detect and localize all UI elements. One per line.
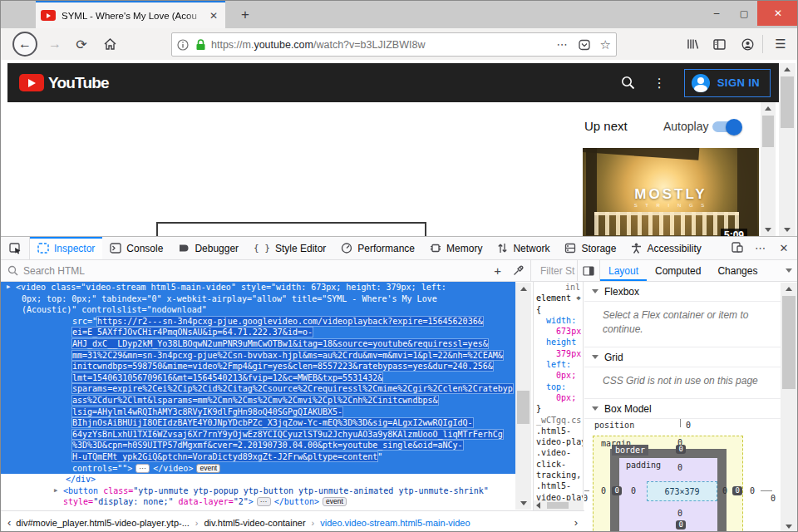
devtools-tab-accessibility[interactable]: Accessibility <box>623 237 708 259</box>
markup-line[interactable]: </div> <box>1 474 515 485</box>
markup-line[interactable]: H-uTQmEMt_ypk2GiQ&ptchn=VoraDictyd89xgZt… <box>1 451 515 463</box>
browser-scrollbar-thumb[interactable] <box>781 76 794 128</box>
padding-top-value[interactable]: 0 <box>677 463 682 472</box>
rule-line[interactable]: 379px <box>534 348 583 359</box>
browser-tab[interactable]: SYML - Where's My Love (Acou ✕ <box>36 1 225 28</box>
account-button[interactable] <box>736 28 759 60</box>
url-bar[interactable]: https://m.youtube.com/watch?v=b3LJIZBWI8… <box>171 32 617 57</box>
search-icon[interactable] <box>621 76 635 90</box>
markup-line[interactable]: initcwndbps=598750&mime=video%2Fmp4&gir=… <box>1 361 515 372</box>
expand-arrow-icon[interactable]: ▶ <box>54 485 57 497</box>
filter-styles-input[interactable]: Filter St <box>531 260 578 281</box>
padding-right-value[interactable]: 0 <box>722 486 727 495</box>
rule-line[interactable]: .html5- <box>534 426 583 436</box>
markup-line[interactable]: ▶<button class="ytp-unmute ytp-popup ytp… <box>1 485 515 497</box>
up-next-video-thumbnail[interactable]: MOSTLY S T R I N G S 5:09 <box>583 148 759 236</box>
eyedropper-icon[interactable] <box>513 265 524 276</box>
markup-scrollbar-thumb[interactable] <box>517 391 530 424</box>
secure-lock-icon[interactable] <box>195 39 206 51</box>
markup-line[interactable]: 64yzYsBnLxhU1TXI6WZvsaj6Xr7rnY9yOjwEz8YC… <box>1 429 515 441</box>
create-node-button[interactable]: + <box>494 264 501 278</box>
autoplay-toggle[interactable] <box>712 121 741 132</box>
rules-horizontal-scrollbar[interactable] <box>534 500 584 510</box>
collapsed-content-pill[interactable]: ⋯ <box>257 497 271 506</box>
markup-line[interactable]: lsig=AHylml4wRQIhAMY3c8RVyIK9dlFgHn98oQ4… <box>1 406 515 418</box>
markup-line[interactable]: lmt=1540631056709616&mt=1564540213&fvip=… <box>1 372 515 384</box>
sign-in-button[interactable]: SIGN IN <box>684 69 771 97</box>
rule-line[interactable]: 673px <box>534 326 583 337</box>
devtools-tab-console[interactable]: Console <box>102 237 170 259</box>
tab-close-icon[interactable]: ✕ <box>207 10 220 22</box>
rule-line[interactable]: _wCTgq.cs <box>534 415 583 426</box>
grid-section-header[interactable]: Grid <box>584 347 781 367</box>
rule-line[interactable]: .video- <box>534 447 583 458</box>
autoplay-toggle-knob[interactable] <box>726 119 742 135</box>
position-right-value[interactable]: 0 <box>771 494 776 503</box>
devtools-tab-network[interactable]: Network <box>490 237 557 259</box>
markup-line[interactable]: style="display: none;" data-layer="2">⋯<… <box>1 496 515 508</box>
markup-line[interactable]: ▶<video class="video-stream html5-main-v… <box>1 282 515 293</box>
rule-line[interactable]: video-play <box>534 436 583 447</box>
reload-button[interactable]: ⟳ <box>71 28 92 60</box>
border-bottom-value[interactable]: 0 <box>676 520 686 530</box>
markup-line[interactable]: src="https://r2---sn-3n4pcxg-pjue.google… <box>1 316 515 328</box>
page-inner-scrollbar[interactable] <box>761 102 776 236</box>
breadcrumb-forward-icon[interactable]: › <box>574 516 578 529</box>
html-markup-view[interactable]: ▶<video class="video-stream html5-main-v… <box>1 282 515 510</box>
window-close-button[interactable]: ✕ <box>757 1 798 26</box>
markup-line[interactable]: mm=31%2C29&mn=sn-3n4pcxg-pjue%2Csn-bvvba… <box>1 350 515 362</box>
rules-scrollbar-thumb[interactable] <box>547 502 569 509</box>
back-button[interactable]: ← <box>11 28 39 60</box>
devtools-more-button[interactable]: ⋯ <box>751 242 771 254</box>
rule-line[interactable]: tracking, <box>534 470 583 480</box>
layout-panel-scrollbar[interactable] <box>781 283 797 532</box>
menu-button[interactable]: ☰ <box>769 28 792 60</box>
markup-line[interactable]: 0px; top: 0px;" tabindex="0" x-webkit-ai… <box>1 293 515 305</box>
devtools-tab-style-editor[interactable]: { } Style Editor <box>246 237 333 259</box>
markup-line[interactable]: ass%2Cdur%2Clmt&lsparams=mm%2Cmn%2Cms%2C… <box>1 395 515 406</box>
devtools-tab-storage[interactable]: Storage <box>557 237 623 259</box>
event-badge[interactable]: event <box>323 497 347 506</box>
border-right-value[interactable]: 0 <box>732 486 742 495</box>
page-inner-scrollbar-thumb[interactable] <box>762 116 774 147</box>
three-pane-toggle-button[interactable] <box>578 260 600 281</box>
padding-left-value[interactable]: 0 <box>631 486 636 495</box>
event-badge[interactable]: event <box>196 464 220 473</box>
sidebar-tab-changes[interactable]: Changes <box>709 260 766 281</box>
markup-line[interactable]: ei=E_5AXffJOvCHir4PmqONsAU&ip=64.71.222.… <box>1 327 515 338</box>
collapsed-content-pill[interactable]: ⋯ <box>135 464 150 473</box>
rule-line[interactable]: left: <box>534 359 583 370</box>
margin-left-value[interactable]: 0 <box>601 486 606 495</box>
breadcrumb-movie-player[interactable]: div#movie_player.html5-video-player.ytp-… <box>16 518 189 528</box>
border-top-value[interactable]: 0 <box>676 445 686 454</box>
sidebar-tabs-dropdown-icon[interactable] <box>786 268 792 273</box>
markup-line[interactable]: %3D%3D&cpn=h0S9UITP57dMgxmf&cver=2.20190… <box>1 440 515 451</box>
rule-line[interactable]: click- <box>534 459 583 470</box>
bookmark-star-icon[interactable]: ☆ <box>600 37 611 52</box>
rule-line[interactable]: 0px; <box>534 370 583 381</box>
markup-line[interactable]: sparams=expire%2Cei%2Cip%2Cid%2Citag%2Cs… <box>1 383 515 395</box>
pocket-icon[interactable] <box>579 39 590 51</box>
sidebar-tab-computed[interactable]: Computed <box>647 260 709 281</box>
flexbox-section-header[interactable]: Flexbox <box>584 282 781 302</box>
library-button[interactable] <box>681 28 704 60</box>
browser-scrollbar[interactable] <box>779 63 796 236</box>
position-top-value[interactable]: 0 <box>686 421 691 430</box>
devtools-tab-memory[interactable]: Memory <box>422 237 490 259</box>
search-html-input[interactable]: Search HTML + <box>1 260 531 281</box>
devtools-tab-debugger[interactable]: Debugger <box>170 237 246 259</box>
padding-bottom-value[interactable]: 0 <box>677 509 682 518</box>
breadcrumb-video-element[interactable]: video.video-stream.html5-main-video <box>320 518 470 528</box>
box-model-section-header[interactable]: Box Model <box>584 399 781 419</box>
border-left-value[interactable]: 0 <box>612 486 622 495</box>
pick-element-button[interactable] <box>1 237 30 259</box>
devtools-tab-inspector[interactable]: Inspector <box>30 237 102 259</box>
devtools-tab-performance[interactable]: Performance <box>333 237 422 259</box>
window-maximize-button[interactable]: ▢ <box>731 1 757 26</box>
margin-right-value[interactable]: 0 <box>750 486 755 495</box>
layout-panel-scrollbar-thumb[interactable] <box>782 296 796 389</box>
markup-scrollbar[interactable] <box>515 283 531 510</box>
rule-line[interactable]: { <box>534 304 583 315</box>
breadcrumb-back-icon[interactable]: ‹ <box>7 516 11 529</box>
youtube-logo[interactable]: YouTube <box>19 74 109 92</box>
